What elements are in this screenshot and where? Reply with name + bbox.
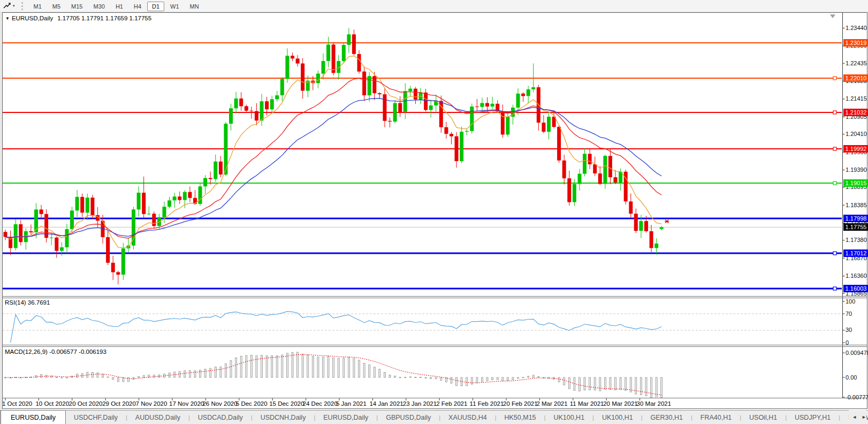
tab-usdcnh-daily-4[interactable]: USDCNH,Daily [253,411,314,424]
date-label: 5 Dec 2020 [236,400,268,407]
price-tick-label: 1.17380 [846,237,867,244]
date-label: 2 Feb 2021 [436,400,467,407]
tab-hk50-m15-8[interactable]: HK50,M15 [496,411,544,424]
timeframe-buttons: M1M5M15M30H1H4D1W1MN [28,1,204,11]
macd-scale-label: -0.00777 [846,394,868,401]
date-label: 24 Dec 2020 [303,400,338,407]
scroll-to-end-icon [830,14,835,18]
chart-symbol-label: EURUSD,Daily [12,15,53,21]
timeframe-button-h4[interactable]: H4 [129,2,146,11]
tab-eurusd-daily-0[interactable]: EURUSD,Daily [1,410,66,424]
date-label: 7 Nov 2020 [136,400,167,407]
rsi-scale-label: 0 [846,339,849,346]
date-label: 17 Nov 2020 [169,400,204,407]
date-label: 11 Feb 2021 [470,400,504,407]
tab-scroll-right-icon[interactable]: ► [862,414,866,420]
tab-gbpusd-daily-6[interactable]: GBPUSD,Daily [378,411,439,424]
tab-xauusd-h4-7[interactable]: XAUUSD,H4 [440,411,495,424]
ma-medium-line [5,78,661,238]
tab-scroll-arrows: ◄ ► [849,410,866,424]
date-label: 10 Oct 2020 [35,400,69,407]
timeframe-button-m15[interactable]: M15 [66,2,87,11]
rsi-scale-label: 30 [846,327,852,334]
chart-tab-bar: EURUSD,DailyUSDCHF,Daily|AUDUSD,Daily|US… [0,410,868,424]
date-label: 14 Jan 2021 [369,400,403,407]
rsi-scale-label: 70 [846,311,852,317]
price-tick-label: 1.20410 [846,131,867,138]
line-handle [833,77,836,80]
date-label: 20 Oct 2020 [69,400,103,407]
chart-tool-icon [3,2,11,10]
line-handle [833,147,836,150]
timeframe-button-w1[interactable]: W1 [165,2,184,11]
macd-indicator-label: MACD(12,26,9) -0.006577 -0.006193 [5,349,106,355]
timeframe-button-h1[interactable]: H1 [111,2,128,11]
date-label: 20 Mar 2021 [603,400,638,407]
rsi-line [11,312,662,343]
timeframe-button-mn[interactable]: MN [185,2,204,11]
timeframe-button-m30[interactable]: M30 [88,2,109,11]
date-label: 15 Dec 2020 [269,400,304,407]
tab-usdchf-daily-1[interactable]: USDCHF,Daily [66,411,126,424]
price-tag: 1.23019 [843,39,868,47]
price-tag: 1.17998 [843,215,868,222]
date-label: 23 Jan 2021 [403,400,437,407]
line-handle [833,252,836,255]
rsi-indicator-label: RSI(14) 36.7691 [5,299,50,306]
tab-ger30-h1-11[interactable]: GER30,H1 [643,411,691,424]
price-tick-label: 1.19390 [846,166,867,173]
price-tick-label: 1.21415 [846,95,867,102]
price-tick-label: 1.22435 [846,60,867,67]
tab-uk100-h1-9[interactable]: UK100,H1 [545,411,592,424]
chart-title: ▼EURUSD,Daily1.17705 1.17791 1.17659 1.1… [5,15,151,21]
line-handle [833,111,836,114]
date-label: 5 Jan 2021 [336,400,367,407]
price-tag: 1.19015 [843,179,868,187]
tab-eurusd-daily-5[interactable]: EURUSD,Daily [315,411,376,424]
chart-collapse-icon[interactable]: ▼ [5,16,10,21]
price-tick-label: 1.18385 [846,202,867,209]
macd-scale-label: 0.00 [846,374,857,381]
chart-ohlc-values: 1.17705 1.17791 1.17659 1.17755 [57,15,151,21]
date-label: 29 Oct 2020 [102,400,136,407]
date-label: 26 Nov 2020 [202,400,237,407]
toolbar-grip[interactable] [21,2,23,10]
date-label: 30 Mar 2021 [637,400,672,407]
date-label: 20 Feb 2021 [503,400,538,407]
current-price-tag: 1.17755 [843,223,868,231]
timeframe-toolbar: ▾ M1M5M15M30H1H4D1W1MN [0,0,868,12]
price-tick-label: 1.16360 [846,272,867,279]
rsi-scale-label: 100 [846,298,855,305]
date-label: 11 Mar 2021 [570,400,604,407]
timeframe-button-m5[interactable]: M5 [48,2,65,11]
chart-tool-button[interactable]: ▾ [3,2,15,10]
date-label: 2 Mar 2021 [536,400,567,407]
macd-histogram [5,352,663,398]
line-handle [833,181,836,185]
price-tag: 1.16003 [843,285,868,292]
price-tag: 1.21032 [843,109,868,116]
date-label: 1 Oct 2020 [2,400,32,407]
tab-audusd-daily-2[interactable]: AUDUSD,Daily [127,411,188,424]
price-tag: 1.22010 [843,74,868,82]
dropdown-caret-icon: ▾ [13,4,15,8]
tab-usoil-h1-13[interactable]: USOil,H1 [741,411,785,424]
price-tick-label: 1.23440 [846,25,867,32]
tab-uk100-h1-10[interactable]: UK100,H1 [594,411,641,424]
price-tag: 1.17012 [843,249,868,257]
macd-scale-label: 0.009478 [846,350,868,357]
price-tag: 1.19992 [843,145,868,153]
tab-usdcad-daily-3[interactable]: USDCAD,Daily [190,411,251,424]
tab-scroll-left-icon[interactable]: ◄ [852,414,857,420]
chart-canvas[interactable] [0,0,868,424]
line-handle [833,287,836,290]
timeframe-button-m1[interactable]: M1 [29,2,47,11]
timeframe-button-d1[interactable]: D1 [147,2,164,11]
candles-group [4,28,664,285]
tab-fra40-h1-12[interactable]: FRA40,H1 [692,411,740,424]
tab-usdjpy-h1-14[interactable]: USDJPY,H1 [787,411,839,424]
